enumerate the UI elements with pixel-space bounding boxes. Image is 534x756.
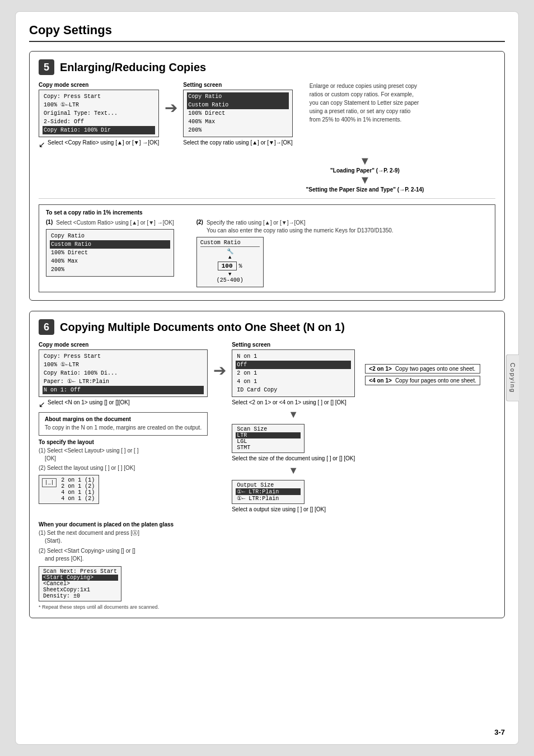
s6ss-l3: 2 on 1	[236, 369, 351, 377]
separator-5	[39, 198, 495, 199]
increment-steps: (1) Select <Custom Ratio> using [▲] or […	[46, 219, 488, 287]
scan-size-screen: Scan Size LTR LGL STMT	[232, 424, 305, 453]
ss-line1: Copy Ratio	[187, 92, 288, 101]
ss-line5: 200%	[187, 126, 288, 134]
s6ss-l1: N on 1	[236, 352, 351, 361]
s6ss-l5: ID Card Copy	[236, 386, 351, 394]
sl-item-1: 2 on 1 (1)	[60, 477, 96, 483]
section-5-number: 5	[39, 59, 54, 75]
setting-screen-label: Setting screen	[183, 82, 292, 88]
increment-box: To set a copy ratio in 1% increments (1)…	[39, 204, 495, 292]
output-size-l2: ①← LTR:Plain	[236, 495, 301, 502]
cr-unit: %	[239, 263, 242, 269]
cr-center: 🔧 ▲ 100 % ▼ (25-400)	[200, 248, 260, 283]
layout-section: To specify the layout (1) Select <Select…	[39, 439, 208, 504]
scan-next-screen: Scan Next: Press Start <Start Copying> <…	[39, 566, 121, 601]
margins-box: About margins on the document To copy in…	[39, 412, 208, 436]
increment-step2: (2) Specify the ratio using [▲] or [▼]→[…	[196, 219, 488, 287]
2-on-1-box: <2 on 1> Copy two pages onto one sheet.	[365, 364, 480, 374]
scan-size-ltr: LTR	[236, 432, 301, 438]
platen-footnote: * Repeat these steps until all documents…	[39, 604, 495, 610]
section-6-top: Copy mode screen Copy: Press Start 100% …	[39, 342, 495, 516]
section-6-title: Copying Multiple Documents onto One Shee…	[60, 321, 345, 334]
s6cm-l1: Copy: Press Start	[43, 352, 204, 361]
sec6-setting-label: Setting screen	[232, 342, 355, 348]
page-number: 3-7	[494, 728, 505, 736]
cr-value: 100	[218, 262, 237, 270]
cr-title: Custom Ratio	[200, 240, 260, 247]
sec6-copy-mode-label: Copy mode screen	[39, 342, 208, 348]
section-5-side-note: Enlarge or reduce copies using preset co…	[310, 82, 421, 124]
ss-line3: 100% Direct	[187, 109, 288, 118]
cm-line3: Original Type: Text...	[43, 109, 155, 118]
platen-section: When your document is placed on the plat…	[39, 521, 495, 610]
sn-l5: Density: ±0	[42, 593, 118, 599]
section-6-box: 6 Copying Multiple Documents onto One Sh…	[29, 311, 505, 618]
cr-tri-down: ▼	[228, 272, 231, 277]
layout-step1: (1) Select <Select Layout> using [ ] or …	[39, 447, 208, 463]
2-on-1-label: <2 on 1>	[369, 366, 392, 372]
sl-items: 2 on 1 (1) 2 on 1 (2) 4 on 1 (1) 4 on 1 …	[60, 477, 96, 502]
platen-step1: (1) Set the next document and press [Ⓐ] …	[39, 529, 495, 545]
loading-paper-text: "Loading Paper" (→P. 2-9)	[235, 167, 495, 174]
cr-icon: 🔧	[227, 248, 233, 255]
copy-mode-col: Copy mode screen Copy: Press Start 100% …	[39, 82, 159, 149]
scan-size-lgl: LGL	[236, 438, 301, 445]
cr-range: (25-400)	[217, 277, 243, 283]
arrow-down-6b: ▼	[232, 465, 355, 477]
n-on-1-instr-row: ↙ Select <N on 1> using [] or [][OK]	[39, 399, 208, 409]
sec6-n-on-1-options: <2 on 1> Copy two pages onto one sheet. …	[365, 342, 480, 388]
section-5-title: Enlarging/Reducing Copies	[60, 61, 206, 74]
step1-num: (1)	[46, 219, 53, 227]
sl-item-3: 4 on 1 (1)	[60, 489, 96, 496]
sidebar-tab: Copying	[506, 354, 519, 402]
custom-ratio-screen: Custom Ratio 🔧 ▲ 100 % ▼ (25-400)	[196, 237, 264, 287]
s6cm-l2: 100% ①←LTR	[43, 361, 204, 369]
step1-row: (1) Select <Custom Ratio> using [▲] or […	[46, 219, 174, 227]
margins-box-title: About margins on the document	[45, 416, 202, 422]
platen-step2: (2) Select <Start Copying> using [] or […	[39, 547, 495, 563]
cm-line1: Copy: Press Start	[43, 92, 155, 101]
4-on-1-label: <4 on 1>	[369, 377, 392, 384]
select-layout-wrapper: |_| 2 on 1 (1) 2 on 1 (2) 4 on 1 (1) 4 o…	[39, 475, 208, 504]
sl-icon: |_|	[42, 478, 57, 487]
platen-title: When your document is placed on the plat…	[39, 521, 495, 528]
sec6-copy-mode-col: Copy mode screen Copy: Press Start 100% …	[39, 342, 208, 504]
sl-item-2: 2 on 1 (2)	[60, 483, 96, 489]
step1-text: Select <Custom Ratio> using [▲] or [▼] →…	[56, 219, 174, 227]
step2-row: (2) Specify the ratio using [▲] or [▼]→[…	[196, 219, 488, 235]
output-size-screen: Output Size ①← LTR:Plain ①← LTR:Plain	[232, 480, 305, 504]
section-5-top: Copy mode screen Copy: Press Start 100% …	[39, 82, 495, 149]
section-6-number: 6	[39, 319, 54, 335]
cm-line5: Copy Ratio: 100% Dir	[43, 126, 155, 134]
layout-section-title: To specify the layout	[39, 439, 208, 445]
step2-num: (2)	[196, 219, 203, 235]
sec6-setting-col: Setting screen N on 1 Off 2 on 1 4 on 1 …	[232, 342, 355, 516]
section-6-header: 6 Copying Multiple Documents onto One Sh…	[39, 319, 495, 335]
arrow-down-6a: ▼	[232, 409, 355, 421]
copy-mode-label: Copy mode screen	[39, 82, 159, 88]
arrow-down-2: ▼	[235, 174, 495, 186]
select-2-4-instr: Select <2 on 1> or <4 on 1> using [ ] or…	[232, 399, 355, 405]
loading-paper-section: ▼ "Loading Paper" (→P. 2-9) ▼ "Setting t…	[235, 155, 495, 193]
scan-size-title: Scan Size	[236, 426, 301, 432]
output-size-title: Output Size	[236, 482, 301, 488]
select-layout-screen: |_| 2 on 1 (1) 2 on 1 (2) 4 on 1 (1) 4 o…	[39, 475, 99, 504]
s1-highlight: Custom Ratio	[50, 240, 170, 249]
2-on-1-desc: Copy two pages onto one sheet.	[395, 366, 475, 372]
increment-step1: (1) Select <Custom Ratio> using [▲] or […	[46, 219, 185, 277]
sec6-copy-mode-screen: Copy: Press Start 100% ①←LTR Copy Ratio:…	[39, 349, 208, 397]
sn-l2: <Start Copying>	[42, 575, 118, 581]
cr-tri-up: ▲	[228, 255, 231, 260]
ss-line2: Custom Ratio	[187, 101, 288, 109]
4-on-1-box: <4 on 1> Copy four pages onto one sheet.	[365, 376, 480, 385]
s1-l1: 100% Direct	[50, 249, 170, 257]
4-on-1-desc: Copy four pages onto one sheet.	[395, 377, 476, 384]
section-5-box: 5 Enlarging/Reducing Copies Copy mode sc…	[29, 51, 505, 301]
select-output-instr: Select a output size using [ ] or [] [OK…	[232, 506, 355, 512]
s6cm-l4: Paper: ①← LTR:Plain	[43, 377, 204, 386]
sn-l4: SheetxCopy:1x1	[42, 587, 118, 593]
arrow-right-5: ➔	[165, 82, 177, 117]
scan-size-stmt: STMT	[236, 445, 301, 451]
arrow-down-1: ▼	[235, 155, 495, 167]
